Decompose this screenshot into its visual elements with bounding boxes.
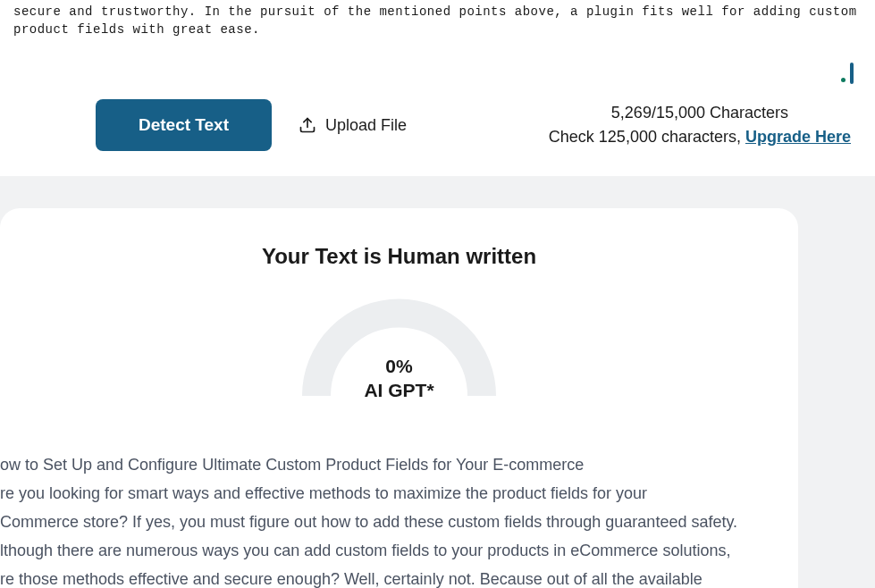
analyzed-text: ow to Set Up and Configure Ultimate Cust…	[0, 450, 798, 588]
results-card: Your Text is Human written 0% AI GPT* ow…	[0, 208, 798, 588]
upgrade-text: Check 125,000 characters, Upgrade Here	[549, 125, 851, 149]
results-section: Your Text is Human written 0% AI GPT* ow…	[0, 176, 875, 588]
result-title: Your Text is Human written	[0, 244, 798, 269]
upgrade-link[interactable]: Upgrade Here	[745, 128, 851, 146]
indicator-dot	[841, 78, 846, 82]
upload-file-button[interactable]: Upload File	[299, 116, 407, 135]
upload-file-label: Upload File	[325, 116, 407, 135]
input-text-preview: secure and trustworthy. In the pursuit o…	[0, 0, 875, 38]
character-counter: 5,269/15,000 Characters	[549, 101, 851, 125]
detect-text-button[interactable]: Detect Text	[96, 99, 272, 151]
activity-indicator	[841, 63, 854, 84]
gauge-value: 0% AI GPT*	[364, 354, 433, 403]
character-info: 5,269/15,000 Characters Check 125,000 ch…	[549, 101, 851, 149]
upload-icon	[299, 116, 316, 134]
gauge-container: 0% AI GPT*	[299, 296, 500, 402]
toolbar: Detect Text Upload File 5,269/15,000 Cha…	[0, 99, 875, 151]
indicator-bar	[850, 63, 854, 84]
